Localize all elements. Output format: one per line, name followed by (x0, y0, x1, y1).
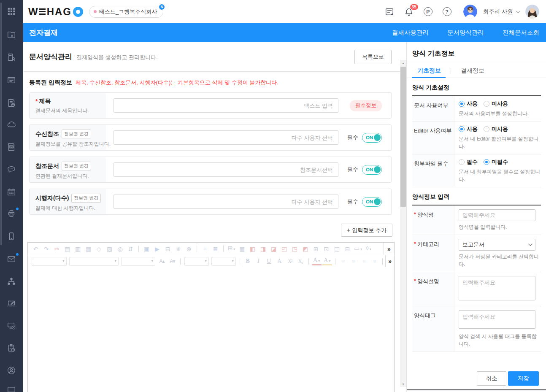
insert-row-above-icon[interactable]: ◧ (248, 245, 257, 253)
mobile-icon[interactable] (7, 232, 17, 242)
tab-basic-info[interactable]: 기초정보 (417, 67, 441, 75)
copy-icon[interactable]: ▤ (62, 245, 72, 253)
ledger-icon[interactable] (7, 76, 17, 86)
image-align-left-icon[interactable]: ≡ (200, 245, 210, 253)
menu-document-form[interactable]: 문서양식관리 (447, 29, 484, 37)
find-replace-icon[interactable]: ⇵ (126, 245, 135, 253)
save-button[interactable]: 저장 (508, 371, 539, 386)
cut-icon[interactable]: ✂ (52, 245, 62, 253)
paste-icon[interactable]: ▥ (73, 245, 83, 253)
cloud-icon[interactable] (7, 120, 17, 130)
calendar-icon[interactable] (7, 187, 17, 197)
size-select[interactable]: ▾ (121, 257, 155, 266)
executor-input[interactable] (114, 195, 338, 209)
highlight-color-icon[interactable]: A▾ (322, 257, 332, 265)
rename-button[interactable]: 정보명 변경 (62, 130, 91, 138)
bold-icon[interactable]: B (243, 257, 253, 265)
company-selector[interactable]: 테스트_ㄱ행복주식회사 N (89, 6, 163, 18)
character-avatar[interactable] (463, 5, 477, 19)
chevron-down-icon[interactable] (516, 9, 520, 13)
insert-video-icon[interactable]: ▶ (152, 245, 162, 253)
image-align-full-icon[interactable]: ≣ (211, 245, 220, 253)
font-color-icon[interactable]: A▾ (312, 257, 322, 265)
tax-document-icon[interactable]: TAX (7, 142, 17, 152)
org-chart-icon[interactable] (7, 277, 17, 287)
bell-icon[interactable]: 35 (404, 7, 414, 16)
menu-all-documents[interactable]: 전체문서조회 (503, 29, 539, 37)
table-grid-icon[interactable]: ▦ (237, 245, 247, 253)
monitor-icon[interactable] (7, 387, 17, 392)
font-size-up-icon[interactable]: A▴ (157, 257, 167, 265)
radio-required[interactable] (459, 159, 465, 165)
add-input-info-button[interactable]: +입력정보 추가 (341, 224, 392, 237)
special-char-icon[interactable]: ※ (173, 245, 183, 253)
scroll-up-icon[interactable]: ▲ (400, 60, 406, 66)
form-name-input[interactable] (459, 209, 535, 221)
radio-not-required[interactable] (484, 159, 489, 165)
monitor-clock-icon[interactable] (7, 321, 17, 331)
folder-a-icon[interactable]: A (7, 30, 17, 40)
mail-icon[interactable] (7, 254, 17, 265)
radio-use[interactable] (459, 126, 465, 132)
line-height-select[interactable]: ▾ (184, 257, 209, 266)
ref-doc-input[interactable] (114, 162, 338, 177)
cc-users-input[interactable] (114, 130, 338, 145)
menu-approval-usage[interactable]: 결재사용관리 (392, 29, 429, 37)
scrollbar-track[interactable]: ▲ ▼ (400, 60, 406, 387)
split-cell-icon[interactable]: ⊡ (322, 245, 331, 253)
strikethrough-icon[interactable]: A (275, 257, 284, 265)
find-icon[interactable]: ◎ (115, 245, 125, 253)
fill-color-icon[interactable]: ◊▾ (364, 244, 373, 254)
chat-icon[interactable] (7, 165, 17, 175)
align-right-icon[interactable]: ≡ (359, 257, 369, 265)
redo-icon[interactable]: ↷ (41, 245, 51, 253)
toolbar-expand-icon[interactable]: » (385, 255, 394, 267)
apps-menu-icon[interactable] (7, 7, 17, 17)
insert-frame-icon[interactable]: ⊟ (163, 245, 173, 253)
category-select[interactable]: 보고문서 (459, 239, 535, 251)
title-input[interactable] (114, 98, 338, 113)
user-name[interactable]: 최주리 사원 (483, 8, 513, 16)
italic-icon[interactable]: I (254, 257, 263, 265)
memo-icon[interactable] (385, 7, 394, 16)
help-icon[interactable]: ? (443, 7, 451, 16)
person-sync-icon[interactable] (7, 366, 17, 376)
rename-button[interactable]: 정보명 변경 (71, 194, 101, 203)
font-select[interactable]: ▾ (69, 257, 119, 266)
insert-row-below-icon[interactable]: ◰ (279, 245, 289, 253)
undo-icon[interactable]: ↶ (31, 245, 41, 253)
style-select[interactable]: ▾ (32, 257, 67, 266)
rename-button[interactable]: 정보명 변경 (62, 162, 91, 170)
calculator-person-icon[interactable] (7, 53, 17, 63)
back-to-list-button[interactable]: 목록으로 (354, 50, 392, 64)
editor-canvas[interactable] (28, 267, 394, 392)
paragraph-style-icon[interactable]: ▭▾ (353, 244, 363, 254)
form-desc-textarea[interactable] (459, 276, 535, 300)
delete-col-icon[interactable]: ◩ (300, 245, 310, 253)
required-toggle[interactable]: ON (362, 165, 382, 175)
letter-spacing-select[interactable]: ▾ (211, 257, 236, 266)
form-tag-textarea[interactable] (459, 310, 535, 329)
document-won-icon[interactable]: ₩ (7, 98, 17, 108)
insert-image-icon[interactable]: ▣ (142, 245, 151, 253)
font-size-down-icon[interactable]: A▾ (168, 257, 177, 265)
align-center-icon[interactable]: ≡ (349, 257, 358, 265)
toolbar-expand-icon[interactable]: » (384, 243, 394, 255)
scroll-down-icon[interactable]: ▼ (400, 381, 406, 387)
paste-option-icon[interactable]: ▦ (84, 245, 93, 253)
insert-col-right-icon[interactable]: ◳ (290, 245, 300, 253)
align-left-icon[interactable]: ≡ (338, 257, 348, 265)
wehago-logo[interactable]: W HAG (28, 6, 83, 18)
radio-not-use[interactable] (484, 101, 489, 107)
subscript-icon[interactable]: X₂ (296, 257, 305, 265)
point-icon[interactable]: P (424, 7, 432, 16)
laptop-pen-icon[interactable] (7, 299, 17, 309)
merge-cell-icon[interactable]: ⊞ (311, 245, 321, 253)
underline-icon[interactable]: U (264, 257, 274, 265)
required-toggle[interactable]: ON (362, 133, 382, 143)
delete-cell-icon[interactable]: ◪ (269, 245, 278, 253)
radio-use[interactable] (459, 101, 465, 107)
required-toggle[interactable]: ON (362, 197, 382, 207)
superscript-icon[interactable]: X² (285, 257, 295, 265)
scrollbar-thumb[interactable] (400, 67, 406, 207)
